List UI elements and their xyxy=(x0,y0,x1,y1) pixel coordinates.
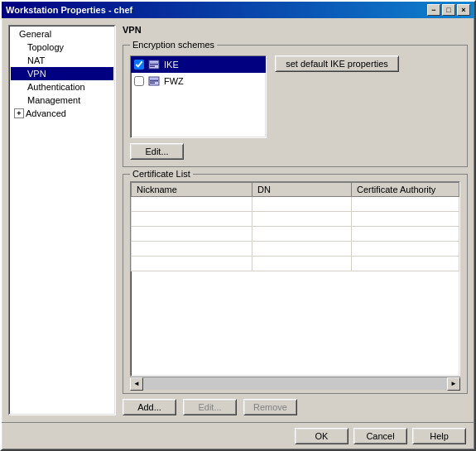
sidebar-item-general[interactable]: General xyxy=(11,27,113,41)
cert-table: Nickname DN Certificate Authority xyxy=(131,182,459,271)
col-nickname: Nickname xyxy=(132,183,252,197)
ok-button[interactable]: OK xyxy=(295,428,349,444)
col-ca: Certificate Authority xyxy=(352,183,459,197)
cert-table-container[interactable]: Nickname DN Certificate Authority xyxy=(130,181,460,377)
scroll-track[interactable] xyxy=(143,377,447,390)
help-button[interactable]: Help xyxy=(412,428,466,444)
encryption-content: IKE xyxy=(130,55,460,138)
scroll-right-button[interactable]: ► xyxy=(447,377,460,391)
sidebar-item-advanced-label: Advanced xyxy=(26,108,66,118)
encryption-group-label: Encryption schemes xyxy=(130,40,217,50)
svg-rect-6 xyxy=(150,80,158,82)
encryption-group: Encryption schemes xyxy=(123,45,468,167)
edit-btn-row: Edit... xyxy=(130,143,460,160)
set-default-btn-container: set default IKE properties xyxy=(275,55,399,72)
section-title: VPN xyxy=(123,25,468,35)
cancel-button[interactable]: Cancel xyxy=(353,428,407,444)
bottom-bar: OK Cancel Help xyxy=(2,422,474,449)
encryption-edit-button[interactable]: Edit... xyxy=(130,143,184,160)
cert-edit-button[interactable]: Edit... xyxy=(183,399,237,415)
scheme-item-ike[interactable]: IKE xyxy=(131,56,266,73)
window-title: Workstation Properties - chef xyxy=(6,5,132,15)
scheme-list[interactable]: IKE xyxy=(130,55,267,138)
cert-remove-button[interactable]: Remove xyxy=(243,399,297,415)
scheme-item-fwz[interactable]: FWZ xyxy=(131,73,266,89)
scroll-left-button[interactable]: ◄ xyxy=(130,377,143,391)
close-button[interactable]: × xyxy=(457,4,470,16)
cert-add-button[interactable]: Add... xyxy=(123,399,176,415)
cert-group: Certificate List Nickname DN Certificate… xyxy=(123,174,468,394)
horizontal-scrollbar: ◄ ► xyxy=(130,377,460,390)
sidebar-item-authentication[interactable]: Authentication xyxy=(11,80,113,94)
col-dn: DN xyxy=(252,183,352,197)
ike-icon xyxy=(147,58,161,71)
ike-checkbox[interactable] xyxy=(134,60,144,70)
cert-group-label: Certificate List xyxy=(130,169,193,179)
sidebar-item-nat[interactable]: NAT xyxy=(11,54,113,67)
minimize-button[interactable]: − xyxy=(427,4,440,16)
table-row xyxy=(132,197,459,212)
main-window: Workstation Properties - chef − □ × Gene… xyxy=(0,0,476,451)
sidebar-item-advanced[interactable]: + Advanced xyxy=(11,107,113,120)
title-bar: Workstation Properties - chef − □ × xyxy=(2,2,474,18)
sidebar-item-vpn[interactable]: VPN xyxy=(11,67,113,80)
table-row xyxy=(132,242,459,257)
window-content: General Topology NAT VPN Authentication … xyxy=(2,18,474,422)
main-panel: VPN Encryption schemes xyxy=(123,25,468,415)
set-default-ike-button[interactable]: set default IKE properties xyxy=(275,55,399,72)
title-bar-buttons: − □ × xyxy=(427,4,470,16)
sidebar-item-topology[interactable]: Topology xyxy=(11,41,113,54)
cert-buttons: Add... Edit... Remove xyxy=(123,399,468,415)
expand-icon: + xyxy=(14,108,24,118)
maximize-button[interactable]: □ xyxy=(442,4,455,16)
fwz-label: FWZ xyxy=(164,76,184,86)
svg-rect-2 xyxy=(150,64,158,65)
table-row xyxy=(132,212,459,227)
sidebar-item-management[interactable]: Management xyxy=(11,94,113,107)
sidebar: General Topology NAT VPN Authentication … xyxy=(8,25,116,415)
svg-rect-7 xyxy=(150,83,155,84)
ike-label: IKE xyxy=(164,60,179,70)
cert-section: Certificate List Nickname DN Certificate… xyxy=(123,174,468,415)
table-row xyxy=(132,257,459,271)
fwz-icon xyxy=(147,74,161,88)
svg-rect-3 xyxy=(150,66,155,68)
fwz-checkbox[interactable] xyxy=(134,76,144,86)
table-row xyxy=(132,227,459,242)
